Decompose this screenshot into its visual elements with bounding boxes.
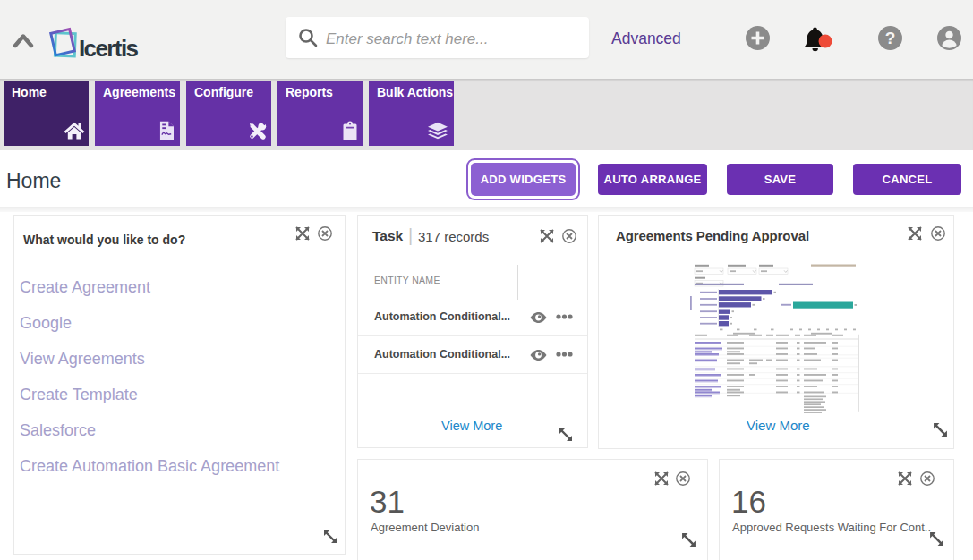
- svg-text:?: ?: [885, 29, 896, 47]
